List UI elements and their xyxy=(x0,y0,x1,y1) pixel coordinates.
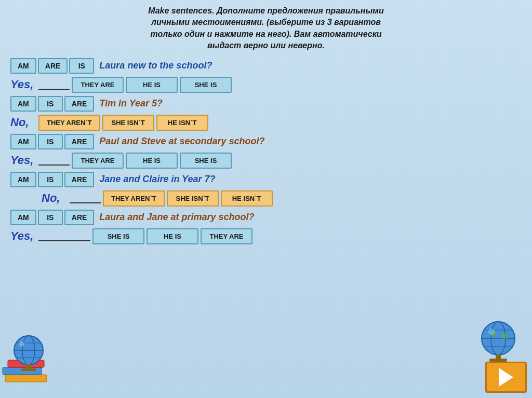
row1-btn-am[interactable]: AM xyxy=(10,58,36,74)
svg-rect-8 xyxy=(26,364,31,368)
row3-btn-am[interactable]: AM xyxy=(10,134,36,149)
row3-yes: Yes, xyxy=(10,154,36,167)
question3: Paul and Steve at secondary school? xyxy=(99,136,264,147)
row3-blank xyxy=(38,155,70,166)
instruction-line3: только один и нажмите на него). Вам авто… xyxy=(10,29,522,40)
row1-answers: Yes, THEY ARE HE IS SHE IS xyxy=(10,77,522,93)
globe-left-decoration xyxy=(0,331,62,398)
instruction-line2: личными местоимениями. (выберите из 3 ва… xyxy=(10,17,522,28)
question1: Laura new to the school? xyxy=(99,60,212,71)
question5: Laura and Jane at primary school? xyxy=(99,212,254,223)
row3-buttons-question: AM IS ARE Paul and Steve at secondary sc… xyxy=(10,134,522,149)
row4-answers: No, THEY AREN`T SHE ISN`T HE ISN`T xyxy=(10,190,522,207)
row1-btn-group: AM ARE IS xyxy=(10,58,94,74)
row2-choice-he-isnt[interactable]: HE ISN`T xyxy=(156,115,208,131)
instruction-line4: выдаст верно или неверно. xyxy=(10,40,522,51)
instructions: Make sentences. Дополните предложения пр… xyxy=(10,5,522,52)
row5-btn-is[interactable]: IS xyxy=(38,210,63,225)
row2-btn-am[interactable]: AM xyxy=(10,96,36,112)
row5-choice-he-is[interactable]: HE IS xyxy=(147,228,198,244)
instruction-line1: Make sentences. Дополните предложения пр… xyxy=(10,5,522,17)
row1-btn-is[interactable]: IS xyxy=(69,58,94,74)
question4: Jane and Claire in Year 7? xyxy=(99,174,215,185)
row1-btn-are[interactable]: ARE xyxy=(38,58,68,74)
row2-choice-they-arent[interactable]: THEY AREN`T xyxy=(38,115,100,131)
row3-btn-are[interactable]: ARE xyxy=(64,134,95,149)
row1-buttons-question: AM ARE IS Laura new to the school? xyxy=(10,58,522,74)
row2-buttons-question: AM IS ARE Tim in Year 5? xyxy=(10,96,522,112)
row5-choice-she-is[interactable]: SHE IS xyxy=(92,228,144,244)
row5-choice-they-are[interactable]: THEY ARE xyxy=(201,228,252,244)
row1-choice-she-is[interactable]: SHE IS xyxy=(180,77,232,93)
row2-btn-are[interactable]: ARE xyxy=(64,96,95,112)
next-arrow-button[interactable] xyxy=(485,362,527,393)
row5-yes: Yes, xyxy=(10,229,36,243)
row3-choice-she-is[interactable]: SHE IS xyxy=(180,153,232,169)
svg-point-18 xyxy=(488,328,495,335)
row1-choice-they-are[interactable]: THEY ARE xyxy=(72,77,124,93)
row4-buttons-question: AM IS ARE Jane and Claire in Year 7? xyxy=(10,172,522,187)
row5-btn-am[interactable]: AM xyxy=(10,210,36,225)
row3-btn-group: AM IS ARE xyxy=(10,134,94,149)
row1-choice-he-is[interactable]: HE IS xyxy=(126,77,178,93)
main-container: Make sentences. Дополните предложения пр… xyxy=(0,0,532,398)
row3-choice-they-are[interactable]: THEY ARE xyxy=(72,153,124,169)
svg-point-10 xyxy=(19,341,24,347)
row5-btn-group: AM IS ARE xyxy=(10,210,94,225)
row2-choice-she-isnt[interactable]: SHE ISN`T xyxy=(102,115,154,131)
row1-yes: Yes, xyxy=(10,78,36,91)
row2-no: No, xyxy=(10,116,36,129)
svg-rect-16 xyxy=(496,354,501,359)
row3-answers: Yes, THEY ARE HE IS SHE IS xyxy=(10,153,522,169)
row5-blank xyxy=(38,231,90,241)
svg-rect-9 xyxy=(21,368,36,371)
row5-btn-are[interactable]: ARE xyxy=(64,210,95,225)
row4-btn-group: AM IS ARE xyxy=(10,172,94,187)
row2-answers: No, THEY AREN`T SHE ISN`T HE ISN`T xyxy=(10,115,522,131)
row4-btn-is[interactable]: IS xyxy=(38,172,63,187)
row3-btn-is[interactable]: IS xyxy=(38,134,63,149)
row4-btn-are[interactable]: ARE xyxy=(64,172,95,187)
question2: Tim in Year 5? xyxy=(99,98,163,109)
row3-choice-he-is[interactable]: HE IS xyxy=(126,153,178,169)
row5-buttons-question: AM IS ARE Laura and Jane at primary scho… xyxy=(10,210,522,225)
row4-blank xyxy=(70,193,101,203)
row4-no: No, xyxy=(42,191,68,205)
row4-choice-they-arent[interactable]: THEY AREN`T xyxy=(103,190,165,207)
row4-choice-he-isnt[interactable]: HE ISN`T xyxy=(221,190,273,207)
row1-blank xyxy=(38,79,70,90)
row2-btn-group: AM IS ARE xyxy=(10,96,94,112)
row4-btn-am[interactable]: AM xyxy=(10,172,36,187)
row5-answers: Yes, SHE IS HE IS THEY ARE xyxy=(10,228,522,244)
row2-btn-is[interactable]: IS xyxy=(38,96,63,112)
svg-rect-0 xyxy=(5,375,47,382)
row4-choice-she-isnt[interactable]: SHE ISN`T xyxy=(167,190,219,207)
arrow-right-icon xyxy=(499,368,513,387)
